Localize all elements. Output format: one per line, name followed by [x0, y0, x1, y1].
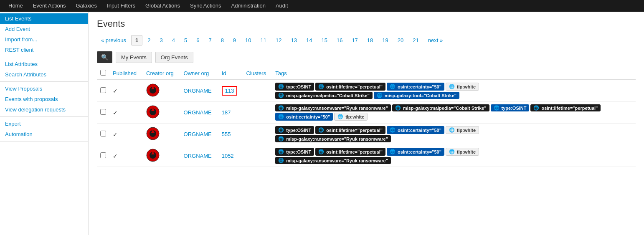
published-cell: ✓ — [109, 145, 143, 167]
tag[interactable]: 🌐misp-galaxy:ransomware="Ryuk ransomware… — [275, 157, 391, 164]
page-link-14[interactable]: 14 — [302, 35, 316, 45]
event-id[interactable]: 187 — [222, 109, 231, 116]
sidebar-item-list-events[interactable]: List Events — [0, 13, 88, 24]
page-link-18[interactable]: 18 — [363, 35, 377, 45]
page-link-15[interactable]: 15 — [317, 35, 331, 45]
sidebar-section-events: List Events Add Event Import from... RES… — [0, 12, 88, 57]
published-check: ✓ — [113, 109, 118, 116]
page-link-6[interactable]: 6 — [192, 35, 203, 45]
page-link-12[interactable]: 12 — [271, 35, 286, 45]
sidebar-item-automation[interactable]: Automation — [0, 129, 88, 139]
event-id[interactable]: 555 — [222, 131, 231, 137]
row-checkbox-187[interactable] — [100, 109, 106, 115]
sidebar-item-view-delegation-requests[interactable]: View delegation requests — [0, 104, 88, 115]
page-link-10[interactable]: 10 — [241, 35, 255, 45]
nav-global-actions[interactable]: Global Actions — [140, 0, 185, 12]
col-header-creator-org: Creator org — [143, 67, 180, 80]
id-cell[interactable]: 555 — [218, 124, 243, 145]
tag[interactable]: 🌐misp-galaxy:ransomware="Ryuk ransomware… — [275, 104, 391, 111]
id-cell[interactable]: 187 — [218, 102, 243, 124]
tag[interactable]: 🌐osint:lifetime="perpetual" — [530, 104, 601, 111]
owner-org-link[interactable]: ORGNAME — [184, 88, 212, 94]
page-link-16[interactable]: 16 — [332, 35, 347, 45]
tag[interactable]: 🌐type:OSINT — [275, 126, 314, 134]
nav-event-actions[interactable]: Event Actions — [28, 0, 71, 12]
tag[interactable]: 🌐osint:lifetime="perpetual" — [315, 126, 385, 134]
search-button[interactable]: 🔍 — [97, 51, 112, 63]
col-header-id: Id — [218, 67, 243, 80]
nav-input-filters[interactable]: Input Filters — [102, 0, 140, 12]
tag[interactable]: 🌐osint:certainty="50" — [387, 148, 444, 156]
page-link-11[interactable]: 11 — [256, 35, 271, 45]
page-link-9[interactable]: 9 — [229, 35, 240, 45]
tag[interactable]: 🌐osint:certainty="50" — [275, 113, 333, 121]
page-link-19[interactable]: 19 — [378, 35, 392, 45]
page-link-13[interactable]: 13 — [287, 35, 301, 45]
sidebar-item-export[interactable]: Export — [0, 119, 88, 129]
owner-org-cell[interactable]: ORGNAME — [180, 102, 218, 124]
nav-sync-actions[interactable]: Sync Actions — [185, 0, 226, 12]
owner-org-cell[interactable]: ORGNAME — [180, 124, 218, 145]
row-checkbox-113[interactable] — [100, 87, 106, 93]
sidebar-item-import-from[interactable]: Import from... — [0, 34, 88, 45]
event-id[interactable]: 1052 — [222, 153, 234, 159]
owner-org-cell[interactable]: ORGNAME — [180, 80, 218, 102]
page-link-17[interactable]: 17 — [347, 35, 362, 45]
tag[interactable]: 🌐misp-galaxy:tool="Cobalt Strike" — [374, 92, 459, 99]
owner-org-link[interactable]: ORGNAME — [184, 109, 212, 116]
tag[interactable]: 🌐type:OSINT — [275, 83, 314, 91]
my-events-button[interactable]: My Events — [116, 52, 152, 63]
tag[interactable]: 🌐tlp:white — [446, 148, 479, 156]
tag[interactable]: 🌐tlp:white — [446, 126, 479, 134]
tag[interactable]: 🌐misp-galaxy:malpedia="Cobalt Strike" — [275, 92, 373, 99]
nav-galaxies[interactable]: Galaxies — [71, 0, 102, 12]
sidebar-item-add-event[interactable]: Add Event — [0, 24, 88, 34]
page-link-20[interactable]: 20 — [393, 35, 408, 45]
owner-org-link[interactable]: ORGNAME — [184, 153, 212, 159]
page-link-1[interactable]: 1 — [131, 35, 142, 45]
owner-org-cell[interactable]: ORGNAME — [180, 145, 218, 167]
page-link-21[interactable]: 21 — [408, 35, 423, 45]
id-cell[interactable]: 113 — [218, 80, 243, 102]
tag[interactable]: 🌐osint:certainty="50" — [387, 83, 444, 91]
nav-home[interactable]: Home — [3, 0, 28, 12]
tag[interactable]: 🌐osint:lifetime="perpetual" — [315, 83, 385, 91]
creator-org-cell — [143, 124, 180, 145]
tag[interactable]: 🌐tlp:white — [446, 83, 479, 91]
nav-audit[interactable]: Audit — [271, 0, 293, 12]
sidebar-item-view-proposals[interactable]: View Proposals — [0, 83, 88, 94]
row-checkbox-1052[interactable] — [100, 152, 106, 158]
sidebar-item-events-with-proposals[interactable]: Events with proposals — [0, 94, 88, 104]
tag[interactable]: 🌐osint:certainty="50" — [387, 126, 444, 134]
page-link-7[interactable]: 7 — [204, 35, 216, 45]
select-all-checkbox[interactable] — [100, 70, 106, 76]
tag[interactable]: 🌐misp-galaxy:malpedia="Cobalt Strike" — [392, 104, 489, 111]
event-id-highlighted[interactable]: 113 — [222, 86, 238, 96]
nav-administration[interactable]: Administration — [226, 0, 271, 12]
owner-org-link[interactable]: ORGNAME — [184, 131, 212, 137]
tag[interactable]: 🌐type:OSINT — [491, 104, 530, 111]
sidebar-item-search-attributes[interactable]: Search Attributes — [0, 69, 88, 80]
next-page-link[interactable]: next » — [424, 35, 447, 45]
published-cell: ✓ — [109, 124, 143, 145]
id-cell[interactable]: 1052 — [218, 145, 243, 167]
page-link-3[interactable]: 3 — [155, 35, 167, 45]
published-check: ✓ — [113, 153, 118, 159]
tag[interactable]: 🌐type:OSINT — [275, 148, 314, 156]
page-link-5[interactable]: 5 — [180, 35, 191, 45]
sidebar-item-list-attributes[interactable]: List Attributes — [0, 59, 88, 69]
prev-page-link[interactable]: « previous — [97, 35, 130, 45]
page-link-4[interactable]: 4 — [168, 35, 179, 45]
org-events-button[interactable]: Org Events — [155, 52, 193, 63]
page-link-8[interactable]: 8 — [217, 35, 228, 45]
published-check: ✓ — [113, 131, 118, 138]
page-link-2[interactable]: 2 — [143, 35, 155, 45]
sidebar-item-rest-client[interactable]: REST client — [0, 45, 88, 55]
tag[interactable]: 🌐tlp:white — [334, 113, 368, 121]
row-checkbox-555[interactable] — [100, 131, 106, 136]
tag[interactable]: 🌐misp-galaxy:ransomware="Ryuk ransomware… — [275, 135, 391, 142]
col-header-published: Published — [109, 67, 143, 80]
table-row: ✓ ORGNAME555🌐type:OSINT🌐osint:lifetime="… — [97, 124, 636, 145]
tag[interactable]: 🌐osint:lifetime="perpetual" — [315, 148, 385, 156]
clusters-cell — [243, 145, 272, 167]
